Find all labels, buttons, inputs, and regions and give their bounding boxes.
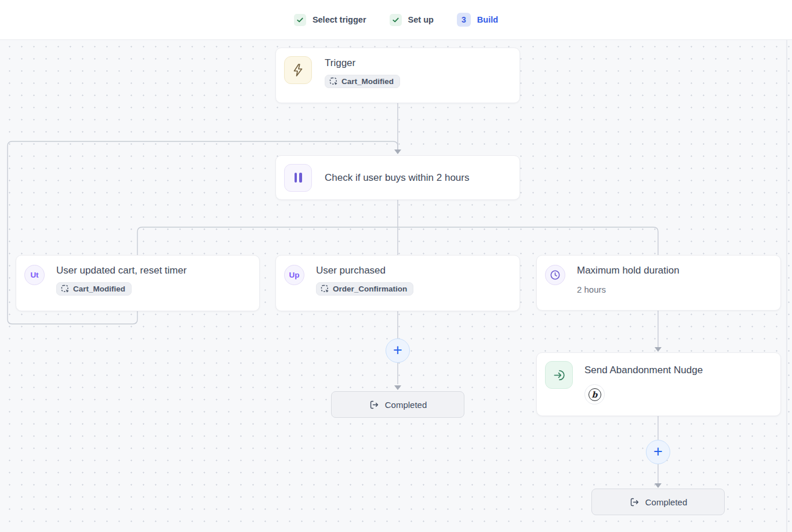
pause-icon xyxy=(284,164,312,192)
arrowhead-completed-right xyxy=(655,483,662,488)
event-tag: Order_Confirmation xyxy=(316,282,413,296)
clock-icon xyxy=(545,265,565,285)
node-title: Send Abandonment Nudge xyxy=(584,363,703,377)
branch-badge: Up xyxy=(284,265,304,285)
journey-builder: Select trigger Set up 3 Build xyxy=(0,0,792,532)
node-branch-max-hold[interactable]: Maximum hold duration 2 hours xyxy=(536,255,781,311)
arrowhead-check xyxy=(394,150,401,154)
arrowhead-nudge xyxy=(655,347,662,352)
node-title: Check if user buys within 2 hours xyxy=(325,171,469,185)
flow-canvas[interactable]: Trigger Cart_Modified Check if user buys… xyxy=(0,39,792,532)
event-icon xyxy=(61,285,70,293)
braze-logo-letter: b xyxy=(588,388,601,401)
completed-label: Completed xyxy=(645,497,688,507)
event-tag-label: Cart_Modified xyxy=(73,285,125,293)
node-title: Maximum hold duration xyxy=(577,264,680,278)
step-build[interactable]: 3 Build xyxy=(457,13,498,27)
event-tag-label: Cart_Modified xyxy=(341,77,394,86)
event-icon xyxy=(329,77,338,86)
node-trigger[interactable]: Trigger Cart_Modified xyxy=(275,48,520,103)
braze-logo-icon: b xyxy=(584,384,605,405)
send-action-icon xyxy=(545,361,573,389)
check-icon xyxy=(294,14,306,26)
check-icon xyxy=(390,14,402,26)
add-step-button[interactable]: + xyxy=(386,338,410,363)
node-branch-reset-timer[interactable]: Ut User updated cart, reset timer Cart_M… xyxy=(16,255,260,311)
branch-badge: Ut xyxy=(24,265,45,285)
step-select-trigger[interactable]: Select trigger xyxy=(294,14,366,26)
node-completed-right[interactable]: Completed xyxy=(591,489,725,515)
node-title: User purchased xyxy=(316,264,413,278)
step-label: Select trigger xyxy=(313,15,366,24)
lightning-icon xyxy=(284,56,312,84)
node-completed-center[interactable]: Completed xyxy=(331,391,464,418)
event-tag: Cart_Modified xyxy=(56,282,132,296)
step-set-up[interactable]: Set up xyxy=(390,14,434,26)
event-tag: Cart_Modified xyxy=(325,75,400,88)
add-step-button[interactable]: + xyxy=(646,440,670,464)
step-bar: Select trigger Set up 3 Build xyxy=(0,0,792,40)
hold-duration-value: 2 hours xyxy=(577,285,680,294)
completed-label: Completed xyxy=(385,400,427,410)
node-title: Trigger xyxy=(325,56,400,70)
event-tag-label: Order_Confirmation xyxy=(333,285,407,293)
arrowhead-completed-center xyxy=(394,385,401,390)
plus-icon: + xyxy=(653,443,663,461)
node-send-nudge[interactable]: Send Abandonment Nudge b xyxy=(536,352,781,416)
node-wait-check[interactable]: Check if user buys within 2 hours xyxy=(275,155,520,200)
step-number-badge: 3 xyxy=(457,13,471,27)
plus-icon: + xyxy=(393,341,402,359)
step-label: Build xyxy=(477,15,498,24)
exit-icon xyxy=(369,399,380,410)
node-branch-purchased[interactable]: Up User purchased Order_Confirmation xyxy=(275,255,520,311)
node-title: User updated cart, reset timer xyxy=(56,264,187,278)
step-label: Set up xyxy=(408,15,434,24)
exit-icon xyxy=(629,497,640,508)
event-icon xyxy=(321,285,329,293)
